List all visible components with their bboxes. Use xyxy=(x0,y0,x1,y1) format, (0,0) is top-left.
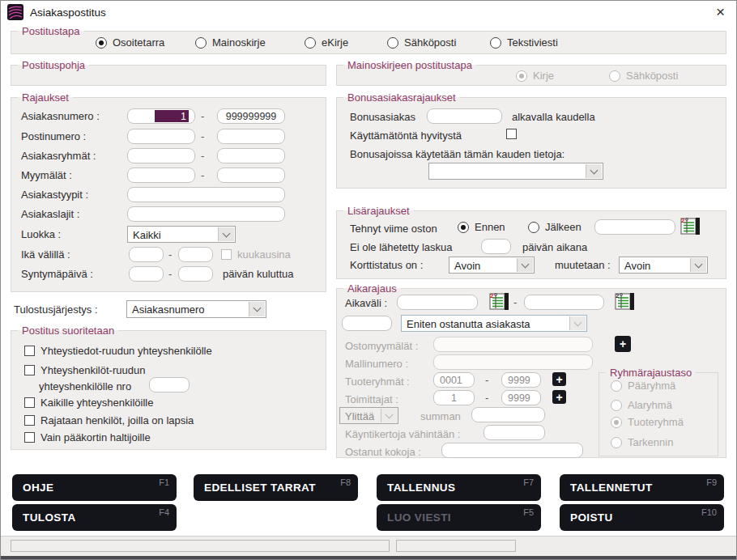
aikavali-to-input[interactable] xyxy=(524,295,604,310)
tallennus-button[interactable]: TALLENNUS F7 xyxy=(377,474,541,501)
mallinumero-input xyxy=(433,354,593,370)
asiakasnumero-from-input[interactable]: 1 xyxy=(127,108,195,124)
radio-dot-icon xyxy=(195,37,207,49)
ei-laskua-input[interactable] xyxy=(481,239,511,254)
window-bottom-edge xyxy=(1,556,736,559)
kayttamatonta-checkbox[interactable] xyxy=(506,129,517,139)
radio-paaryhma: Pääryhmä xyxy=(611,380,675,392)
tuoteryhmat-from-input[interactable] xyxy=(433,372,475,388)
asiakaslajit-input[interactable] xyxy=(127,206,285,222)
add-toimittajat-button[interactable]: + xyxy=(552,390,566,404)
checkbox-icon xyxy=(221,249,232,260)
radio-mainoskirje[interactable]: Mainoskirje xyxy=(195,36,266,49)
asiakasnumero-to-input[interactable] xyxy=(217,108,285,124)
toimittajat-from-input[interactable] xyxy=(433,390,475,405)
tallennetut-button[interactable]: TALLENNETUT F9 xyxy=(560,474,724,501)
radio-label: Mainoskirje xyxy=(212,36,266,49)
add-ostomyymalat-button[interactable]: + xyxy=(615,336,631,352)
checkbox-yhteyshenkilot[interactable]: Yhteyshenkilöt-ruudun xyxy=(24,364,145,376)
button-fkey: F9 xyxy=(706,477,717,487)
checkbox-label: Vain pääkortin haltijoille xyxy=(40,431,151,443)
mallinumero-label: Mallinumero : xyxy=(345,358,408,370)
calendar-icon[interactable]: 2 xyxy=(680,216,701,235)
myymalat-to-input[interactable] xyxy=(217,168,285,183)
checkbox-rajataan-lapsia[interactable]: Rajataan henkilöt, joilla on lapsia xyxy=(24,414,194,426)
checkbox-icon xyxy=(24,397,35,408)
ostanut-kokoja-input[interactable] xyxy=(441,443,583,458)
checkbox-kaikille[interactable]: Kaikille yhteyshenkilöille xyxy=(24,397,153,409)
radio-dot-icon xyxy=(305,37,316,49)
plus-icon: + xyxy=(556,392,562,403)
radio-label: Alaryhmä xyxy=(628,399,672,411)
asiakasryhmat-from-input[interactable] xyxy=(127,148,195,163)
tehnyt-viime-oston-date-input[interactable] xyxy=(594,219,675,235)
asiakasryhmat-to-input[interactable] xyxy=(217,148,285,163)
button-label: LUO VIESTI xyxy=(387,511,451,524)
aikavali-label: Aikaväli : xyxy=(345,297,387,309)
myymalat-from-input[interactable] xyxy=(127,168,195,183)
edelliset-tarrat-button[interactable]: EDELLISET TARRAT F8 xyxy=(194,474,358,501)
luokka-select[interactable]: Kaikki xyxy=(127,226,236,243)
app-icon xyxy=(7,4,23,20)
summan-input[interactable] xyxy=(471,407,545,422)
toimittajat-to-input[interactable] xyxy=(501,390,541,405)
bonusasiakas-input[interactable] xyxy=(427,108,502,124)
checkbox-icon xyxy=(506,129,517,139)
add-tuoteryhmat-button[interactable]: + xyxy=(552,372,566,386)
button-fkey: F10 xyxy=(701,507,717,517)
asiakastyypit-input[interactable] xyxy=(127,187,285,202)
ei-laskua-label: Ei ole lähetetty laskua xyxy=(350,241,452,253)
syntymapaiva-from-input[interactable] xyxy=(129,266,164,282)
kuukausina-checkbox: kuukausina xyxy=(221,248,291,261)
button-fkey: F4 xyxy=(159,507,169,517)
eniten-ostanutta-select[interactable]: Eniten ostanutta asiakasta xyxy=(401,315,587,332)
asiakastyypit-label: Asiakastyypit : xyxy=(21,189,88,201)
radio-jalkeen[interactable]: Jälkeen xyxy=(528,221,582,233)
kayntikertoja-input[interactable] xyxy=(484,425,545,440)
postinumero-to-input[interactable] xyxy=(217,129,285,144)
radio-kirje: Kirje xyxy=(516,70,554,82)
chevron-down-icon xyxy=(218,227,234,241)
ostomyymalat-input xyxy=(433,337,593,352)
muutetaan-label: muutetaan : xyxy=(555,259,611,271)
bonusajoissa-select[interactable] xyxy=(428,163,603,180)
bonusasiakas-label: Bonusasiakas xyxy=(350,111,415,123)
syntymapaiva-to-input[interactable] xyxy=(178,266,213,282)
korttistatus-select[interactable]: Avoin xyxy=(449,257,535,274)
muutetaan-select[interactable]: Avoin xyxy=(619,257,708,274)
checkbox-yhteystiedot[interactable]: Yhteystiedot-ruudun yhteyshenkilölle xyxy=(24,345,212,357)
selected-text: 1 xyxy=(155,110,189,122)
close-button[interactable]: × xyxy=(716,2,725,22)
top-count-input[interactable] xyxy=(342,316,392,331)
aikavali-from-input[interactable] xyxy=(397,295,478,310)
radio-osoitetarra[interactable]: Osoitetarra xyxy=(96,36,164,49)
checkbox-paakortin-haltijoille[interactable]: Vain pääkortin haltijoille xyxy=(24,431,151,443)
svg-text:2: 2 xyxy=(616,292,620,299)
poistu-button[interactable]: POISTU F10 xyxy=(560,504,724,531)
tulostusjarjestys-select[interactable]: Asiakasnumero xyxy=(126,300,266,318)
yhteyshenkilolle-nro-input[interactable] xyxy=(149,377,190,392)
range-dash: - xyxy=(201,169,204,181)
radio-dot-icon xyxy=(96,37,107,49)
radio-dot-icon xyxy=(458,222,469,233)
button-fkey: F1 xyxy=(159,477,169,487)
title-bar: Asiakaspostitus × xyxy=(1,1,736,23)
tulostusjarjestys-value: Asiakasnumero xyxy=(132,303,205,316)
radio-ekirje[interactable]: eKirje xyxy=(305,36,348,49)
ika-to-input[interactable] xyxy=(178,247,213,262)
radio-label: Tekstiviesti xyxy=(507,36,558,49)
ika-from-input[interactable] xyxy=(129,247,164,262)
korttistatus-label: Korttistatus on : xyxy=(350,259,423,271)
radio-tekstiviesti[interactable]: Tekstiviesti xyxy=(490,36,558,49)
tuoteryhmat-to-input[interactable] xyxy=(501,372,541,388)
ohje-button[interactable]: OHJE F1 xyxy=(12,474,177,501)
muutetaan-value: Avoin xyxy=(624,260,650,272)
tulosta-button[interactable]: TULOSTA F4 xyxy=(12,504,177,531)
calendar-icon[interactable]: 2 xyxy=(489,291,510,311)
radio-sahkoposti[interactable]: Sähköposti xyxy=(387,36,456,49)
postinumero-from-input[interactable] xyxy=(127,129,195,144)
group-caption-lisarajaukset: Lisärajaukset xyxy=(343,204,414,218)
radio-ennen[interactable]: Ennen xyxy=(458,221,505,233)
calendar-icon[interactable]: 2 xyxy=(615,291,636,311)
button-label: TULOSTA xyxy=(23,511,76,524)
